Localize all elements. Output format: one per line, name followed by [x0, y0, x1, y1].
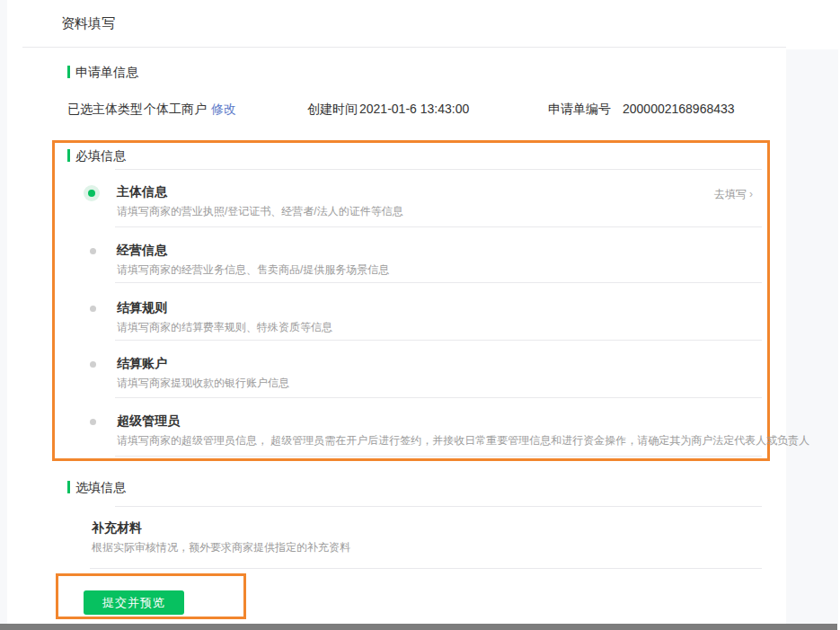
- section-title-optional: 选填信息: [75, 479, 126, 495]
- radio-dot: [88, 190, 95, 197]
- page-background-left: [0, 0, 7, 624]
- section-accent-bar: [67, 149, 70, 162]
- submit-and-preview-button[interactable]: 提交并预览: [84, 590, 184, 615]
- step-radio-pending-icon: [90, 248, 96, 254]
- step-title-subject-info: 主体信息: [117, 183, 167, 200]
- step-radio-selected-icon: [84, 185, 100, 201]
- go-fill-label: 去填写: [714, 188, 747, 200]
- row-divider: [115, 282, 762, 283]
- step-desc: 请填写商家的结算费率规则、特殊资质等信息: [117, 320, 332, 334]
- step-radio-pending-icon: [90, 419, 96, 425]
- row-divider: [90, 568, 762, 569]
- step-radio-pending-icon: [90, 306, 96, 312]
- step-desc: 请填写商家的超级管理员信息， 超级管理员需在开户后进行签约，并接收日常重要管理信…: [117, 433, 809, 448]
- row-divider: [115, 340, 762, 341]
- row-divider: [115, 397, 762, 398]
- created-time-label: 创建时间: [307, 100, 358, 118]
- page-background-right: [786, 49, 838, 624]
- application-number-value: 2000002168968433: [623, 100, 735, 118]
- step-title-settlement-rules: 结算规则: [117, 299, 167, 315]
- step-desc: 请填写商家提现收款的银行账户信息: [117, 376, 289, 390]
- section-title-application-info: 申请单信息: [75, 64, 138, 80]
- application-number-label: 申请单编号: [548, 100, 611, 118]
- step-title-super-admin: 超级管理员: [117, 413, 180, 429]
- section-accent-bar: [67, 481, 70, 493]
- step-desc: 请填写商家的经营业务信息、售卖商品/提供服务场景信息: [117, 262, 389, 277]
- subject-type-label: 已选主体类型: [67, 100, 143, 118]
- modify-link[interactable]: 修改: [211, 100, 236, 118]
- chevron-right-icon: ›: [749, 188, 753, 200]
- row-divider: [115, 169, 762, 170]
- merchant-application-page: 资料填写 申请单信息 已选主体类型 个体工商户 修改 创建时间 2021-01-…: [0, 0, 840, 630]
- row-divider: [115, 456, 762, 457]
- created-time-value: 2021-01-6 13:43:00: [359, 100, 469, 118]
- step-title-supplementary-materials: 补充材料: [92, 519, 142, 536]
- section-title-required: 必填信息: [75, 147, 126, 164]
- title-divider: [22, 47, 786, 48]
- subject-type-value: 个体工商户: [144, 100, 207, 118]
- go-fill-link[interactable]: 去填写›: [714, 187, 753, 201]
- step-radio-pending-icon: [90, 361, 96, 368]
- row-divider: [115, 226, 762, 227]
- step-title-settlement-account: 结算账户: [117, 355, 167, 371]
- page-title: 资料填写: [61, 15, 115, 32]
- step-desc: 请填写商家的营业执照/登记证书、经营者/法人的证件等信息: [117, 204, 403, 218]
- section-accent-bar: [67, 66, 70, 78]
- row-divider: [115, 506, 762, 507]
- step-title-business-info: 经营信息: [117, 242, 167, 258]
- bottom-partial-element: [0, 624, 837, 630]
- step-desc: 根据实际审核情况，额外要求商家提供指定的补充资料: [92, 540, 350, 555]
